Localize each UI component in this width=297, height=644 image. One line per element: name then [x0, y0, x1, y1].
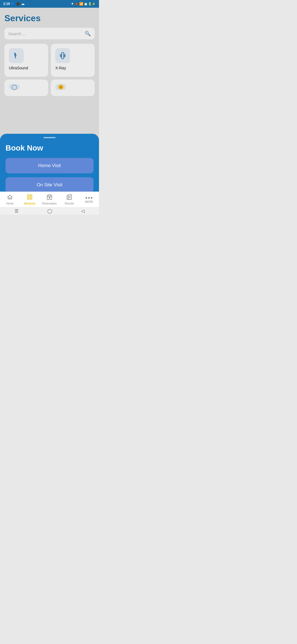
bottom-sheet: Book Now Home Visit On Site Visit — [0, 134, 99, 199]
svg-rect-3 — [28, 197, 29, 199]
reservation-nav-icon — [46, 194, 53, 201]
home-nav-icon — [7, 194, 13, 201]
bottom-nav: Home Services Reservation — [0, 192, 99, 207]
nav-label-results: Results — [65, 202, 74, 205]
svg-rect-4 — [30, 197, 32, 199]
mute-icon: 🔕 — [75, 2, 78, 6]
status-bar: 2:19 🔵 ⬛ ☁ ✦ 🔕 📶 ▣ 🔋⚡ — [0, 0, 99, 8]
nav-item-results[interactable]: Results — [59, 194, 79, 205]
wifi-icon: 📶 — [79, 2, 83, 6]
nav-label-reservation: Reservation — [42, 202, 57, 205]
svg-rect-1 — [28, 195, 29, 196]
nav-label-services: Services — [24, 202, 35, 205]
nav-item-more[interactable]: ●●● MORE — [79, 195, 99, 203]
bluetooth-status-icon: ✦ — [71, 2, 74, 6]
book-now-title: Book Now — [6, 144, 94, 152]
cloud-icon: ☁ — [21, 2, 24, 6]
sheet-handle — [43, 137, 56, 138]
results-nav-icon — [66, 194, 72, 201]
nav-item-services[interactable]: Services — [20, 194, 40, 205]
services-nav-icon — [27, 194, 33, 201]
nav-item-home[interactable]: Home — [0, 194, 20, 205]
nav-item-reservation[interactable]: Reservation — [40, 194, 59, 205]
svg-rect-2 — [30, 195, 32, 196]
more-nav-icon: ●●● — [85, 195, 93, 200]
home-visit-button[interactable]: Home Visit — [6, 158, 94, 173]
android-home-btn[interactable]: ◯ — [47, 208, 52, 214]
screen-icon: ▣ — [84, 2, 87, 6]
status-time: 2:19 — [3, 2, 10, 6]
android-menu-btn[interactable]: ☰ — [15, 208, 18, 214]
nav-label-home: Home — [6, 202, 14, 205]
nav-label-more: MORE — [85, 200, 93, 203]
bluetooth-icon: 🔵 — [11, 2, 15, 6]
status-left: 2:19 🔵 ⬛ ☁ — [3, 2, 24, 6]
onsite-visit-button[interactable]: On Site Visit — [6, 177, 94, 193]
usb-icon: ⬛ — [16, 2, 20, 6]
battery-icon: 🔋⚡ — [88, 2, 96, 6]
android-back-btn[interactable]: ◁ — [81, 208, 84, 214]
status-right: ✦ 🔕 📶 ▣ 🔋⚡ — [71, 2, 96, 6]
android-nav-bar: ☰ ◯ ◁ — [0, 207, 99, 215]
